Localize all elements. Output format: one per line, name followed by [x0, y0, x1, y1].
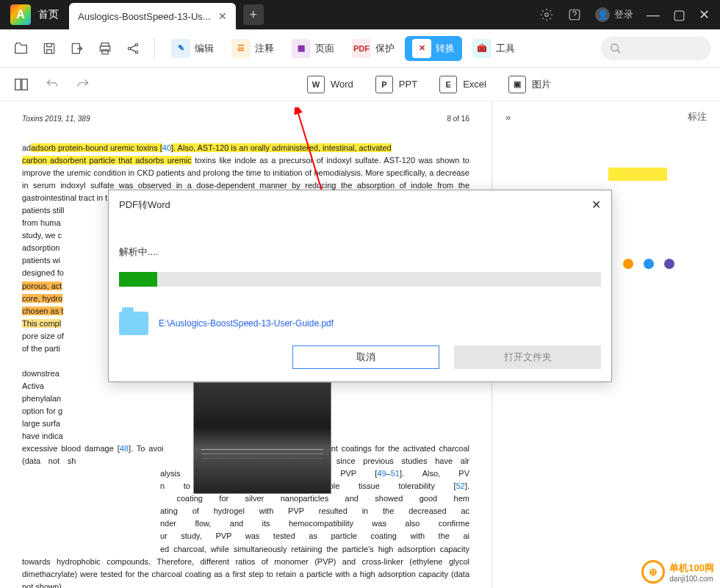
- edit-tool[interactable]: ✎编辑: [164, 36, 221, 61]
- convert-image[interactable]: ▣图片: [508, 76, 551, 93]
- convert-tool[interactable]: ✕转换: [405, 36, 462, 61]
- convert-ppt[interactable]: PPPT: [375, 76, 417, 93]
- thumbnail-view-icon[interactable]: [9, 72, 34, 97]
- color-indigo[interactable]: [664, 259, 674, 269]
- color-blue[interactable]: [644, 259, 654, 269]
- export-icon[interactable]: [65, 36, 90, 61]
- convert-subbar: WWord PPPT EExcel ▣图片: [0, 68, 720, 101]
- progress-fill: [119, 272, 157, 287]
- annotate-tool[interactable]: ☰注释: [224, 36, 281, 61]
- excel-icon: E: [439, 76, 457, 93]
- svg-rect-6: [102, 49, 108, 54]
- word-icon: W: [307, 76, 325, 93]
- tab-title: Auslogics-BoostSpeed-13-Us...: [78, 11, 211, 22]
- watermark-sub: danji100.com: [669, 575, 714, 583]
- progress-bar: [119, 272, 601, 287]
- search-input[interactable]: [601, 37, 711, 60]
- convert-word[interactable]: WWord: [307, 76, 353, 93]
- save-icon[interactable]: [37, 36, 62, 61]
- main-toolbar: ✎编辑 ☰注释 ▦页面 PDF保护 ✕转换 🧰工具: [0, 29, 720, 68]
- folder-icon: [119, 312, 148, 335]
- svg-point-7: [128, 47, 130, 49]
- undo-icon[interactable]: [40, 72, 65, 97]
- page-tool[interactable]: ▦页面: [284, 36, 342, 61]
- close-button[interactable]: ✕: [699, 7, 710, 23]
- cancel-button[interactable]: 取消: [292, 345, 439, 369]
- watermark-icon: ⊕: [641, 560, 665, 584]
- watermark-text: 单机100网: [669, 562, 714, 575]
- maximize-button[interactable]: ▢: [673, 7, 685, 23]
- protect-tool[interactable]: PDF保护: [345, 36, 402, 61]
- minimize-button[interactable]: —: [647, 7, 660, 23]
- page-number: 8 of 16: [447, 115, 469, 123]
- svg-point-8: [135, 43, 137, 46]
- expand-icon[interactable]: »: [505, 112, 511, 123]
- journal-ref: Toxins 2019, 11, 389: [22, 115, 90, 123]
- document-tab[interactable]: Auslogics-BoostSpeed-13-Us... ✕: [69, 3, 236, 29]
- login-button[interactable]: 👤 登录: [595, 7, 633, 22]
- embedded-image: [193, 382, 331, 494]
- file-path: E:\Auslogics-BoostSpeed-13-User-Guide.pd…: [159, 318, 334, 329]
- close-tab-icon[interactable]: ✕: [218, 10, 227, 22]
- dialog-status: 解析中....: [109, 245, 611, 266]
- watermark: ⊕ 单机100网 danji100.com: [641, 560, 714, 584]
- new-tab-button[interactable]: +: [243, 4, 264, 25]
- open-icon[interactable]: [9, 36, 34, 61]
- app-logo[interactable]: A: [10, 4, 31, 25]
- svg-point-10: [611, 44, 618, 51]
- svg-rect-11: [15, 79, 21, 90]
- svg-point-9: [135, 51, 137, 53]
- color-orange[interactable]: [623, 259, 633, 269]
- settings-icon[interactable]: [539, 7, 554, 22]
- convert-excel[interactable]: EExcel: [439, 76, 486, 93]
- ppt-icon: P: [375, 76, 393, 93]
- open-folder-button: 打开文件夹: [454, 345, 601, 369]
- home-tab[interactable]: 首页: [38, 8, 59, 21]
- login-label: 登录: [614, 8, 633, 21]
- convert-dialog: PDF转Word ✕ 解析中.... E:\Auslogics-BoostSpe…: [108, 190, 612, 382]
- help-icon[interactable]: [567, 7, 582, 22]
- tools-tool[interactable]: 🧰工具: [465, 36, 522, 61]
- search-icon: [610, 43, 622, 54]
- dialog-close-icon[interactable]: ✕: [591, 198, 601, 212]
- highlight-swatch-yellow[interactable]: [608, 168, 667, 181]
- svg-rect-12: [22, 79, 27, 90]
- avatar-icon: 👤: [595, 7, 610, 22]
- svg-rect-2: [44, 43, 54, 53]
- redo-icon[interactable]: [71, 72, 96, 97]
- print-icon[interactable]: [93, 36, 118, 61]
- svg-point-0: [545, 13, 549, 17]
- share-icon[interactable]: [120, 36, 145, 61]
- titlebar: A 首页 Auslogics-BoostSpeed-13-Us... ✕ + 👤…: [0, 0, 720, 29]
- sidebar-title: 标注: [688, 110, 707, 123]
- image-icon: ▣: [508, 76, 526, 93]
- dialog-title: PDF转Word: [119, 198, 170, 212]
